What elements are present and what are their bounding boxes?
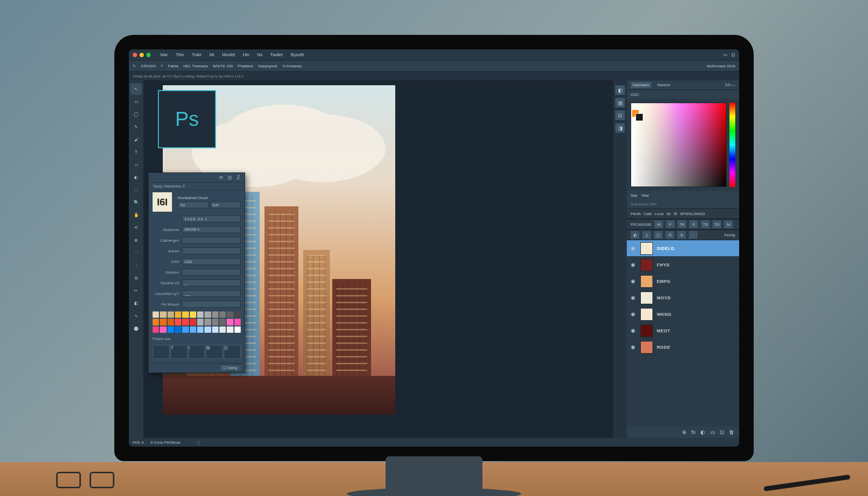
swatch-25[interactable] xyxy=(160,326,166,333)
swatch-17[interactable] xyxy=(190,319,196,325)
menu-system-icon-2[interactable]: ⊡ xyxy=(731,52,735,57)
floating-panel[interactable]: ⟲ ⊡ Z Tipsly Wartentse © I6I Ktorteabsti… xyxy=(148,172,245,373)
menu-meolet[interactable]: Meolet xyxy=(219,51,238,58)
swatch-9[interactable] xyxy=(219,311,226,318)
layer-row-3[interactable]: ◉MOYD xyxy=(627,290,739,306)
swatch-13[interactable] xyxy=(160,319,166,325)
more-tool[interactable]: ⋯ xyxy=(130,247,142,259)
floating-panel-header[interactable]: ⟲ ⊡ Z xyxy=(149,173,245,183)
tab-year[interactable]: Year xyxy=(641,193,649,198)
workspace-label[interactable]: McRorsant 2018 xyxy=(707,64,735,68)
panel-grid-icon[interactable]: ⊡ xyxy=(226,174,233,181)
swatch-29[interactable] xyxy=(190,326,196,333)
ctrl-30[interactable]: 30 xyxy=(666,212,671,216)
close-icon[interactable] xyxy=(133,53,137,57)
opt-kasy[interactable]: Kasynyade xyxy=(258,64,278,68)
opt-white[interactable]: WHITE 190 xyxy=(213,64,233,68)
swatch-3[interactable] xyxy=(175,311,181,318)
c3-4[interactable]: ① xyxy=(666,231,674,239)
background-color[interactable] xyxy=(636,113,643,121)
c3-3[interactable]: ▢ xyxy=(654,231,663,239)
layers-tool[interactable]: ⧉ xyxy=(130,272,142,284)
swatch-34[interactable] xyxy=(227,326,233,333)
swatch-8[interactable] xyxy=(212,311,218,318)
swatch-1[interactable] xyxy=(160,311,166,318)
opt-arrow-icon[interactable]: ↖ xyxy=(133,64,136,68)
color-picker[interactable] xyxy=(627,99,739,191)
crop-tool[interactable]: ⬚ xyxy=(130,184,142,196)
options-tool[interactable]: ⋮ xyxy=(130,260,142,271)
panel-z-icon[interactable]: Z xyxy=(235,174,242,181)
c2-m2[interactable]: M xyxy=(724,220,733,228)
swatch-19[interactable] xyxy=(204,319,211,325)
swatch-5[interactable] xyxy=(190,311,196,318)
panel-top-btn1[interactable]: Tot xyxy=(178,202,209,208)
swatch-15[interactable] xyxy=(175,319,181,325)
hand-tool[interactable]: ✋ xyxy=(130,209,142,221)
tab-danbtabe[interactable]: Danbtabe xyxy=(631,82,651,88)
swatch-33[interactable] xyxy=(219,326,226,333)
opt-fronanes[interactable]: Yi-fronanes xyxy=(282,64,302,68)
opt-t[interactable]: T xyxy=(161,64,163,68)
panel-undo-icon[interactable]: ⟲ xyxy=(217,174,224,181)
menu-mar[interactable]: Mar xyxy=(157,51,171,58)
fp-field-5[interactable] xyxy=(182,269,241,276)
opt-hel[interactable]: HEL Thetoads xyxy=(184,64,208,68)
dock-icon-1[interactable]: ◧ xyxy=(615,85,625,95)
scissors-tool[interactable]: ✂ xyxy=(130,285,142,296)
ctrl-lnod[interactable]: Lnod xyxy=(655,212,664,216)
lasso-tool[interactable]: ◯ xyxy=(130,108,142,120)
new-layer-icon[interactable]: ⊕ xyxy=(682,429,686,435)
dock-icon-3[interactable]: ⊡ xyxy=(615,110,625,120)
preset-2[interactable]: T xyxy=(170,345,187,359)
layer-visibility-icon[interactable]: ◉ xyxy=(631,311,636,317)
minimize-icon[interactable] xyxy=(140,53,144,57)
swatch-22[interactable] xyxy=(227,319,233,325)
layer-row-0[interactable]: ◉SIDELG xyxy=(627,240,739,257)
gradient-tool[interactable]: ◧ xyxy=(130,297,142,309)
dodge-tool[interactable]: ◐ xyxy=(130,171,142,183)
ellipse-tool[interactable]: ⬤ xyxy=(130,323,142,334)
preset-1[interactable] xyxy=(153,345,170,359)
ctrl-sp[interactable]: SPWSLSWED xyxy=(680,212,705,216)
trash-icon[interactable]: 🗑 xyxy=(729,429,734,435)
swatch-18[interactable] xyxy=(197,319,203,325)
swatch-24[interactable] xyxy=(153,326,159,333)
menu-mt[interactable]: Mt xyxy=(206,51,217,58)
preset-5[interactable]: ⊡ xyxy=(224,345,241,359)
add-tool[interactable]: ⊕ xyxy=(130,234,142,246)
layer-visibility-icon[interactable]: ◉ xyxy=(631,327,636,334)
maximize-icon[interactable] xyxy=(146,53,151,57)
panel-top-btn2[interactable]: SoP xyxy=(210,202,241,208)
swatch-14[interactable] xyxy=(168,319,174,325)
tab-say[interactable]: Say xyxy=(631,193,637,198)
menu-tuler[interactable]: Tuler xyxy=(189,51,204,58)
swatch-30[interactable] xyxy=(197,326,203,333)
fp-field-3[interactable] xyxy=(182,248,241,254)
c2-s[interactable]: S xyxy=(689,220,698,228)
fp-field-7[interactable]: ___ xyxy=(182,290,241,297)
layer-row-1[interactable]: ◉FHYD xyxy=(627,257,739,273)
c3-2[interactable]: △ xyxy=(642,231,651,239)
layer-visibility-icon[interactable]: ◉ xyxy=(631,294,636,301)
brush-tool[interactable]: 🖌 xyxy=(130,134,142,145)
mask-icon[interactable]: ◐ xyxy=(700,429,705,435)
opt-paints[interactable]: Paints xyxy=(168,64,179,68)
shape-tool[interactable]: ▱ xyxy=(130,159,142,170)
swatch-6[interactable] xyxy=(197,311,203,318)
fx-icon[interactable]: fx xyxy=(691,429,696,435)
layer-row-5[interactable]: ◉MEOT xyxy=(627,323,739,339)
swatch-0[interactable] xyxy=(153,311,159,318)
tab-ramchi[interactable]: Ramchi xyxy=(655,82,672,88)
fp-field-8[interactable] xyxy=(182,301,241,308)
type-tool[interactable]: T xyxy=(130,146,142,158)
zoom-tool[interactable]: 🔍 xyxy=(130,197,142,208)
swatch-26[interactable] xyxy=(168,326,174,333)
fp-field-6[interactable]: __ xyxy=(182,279,241,286)
swatch-31[interactable] xyxy=(204,326,211,333)
layer-visibility-icon[interactable]: ◉ xyxy=(631,278,636,284)
c3-1[interactable]: ◐ xyxy=(631,231,639,239)
rotate-tool[interactable]: ⟲ xyxy=(130,222,142,233)
swatch-32[interactable] xyxy=(212,326,218,333)
c2-t6[interactable]: T6 xyxy=(678,220,686,228)
